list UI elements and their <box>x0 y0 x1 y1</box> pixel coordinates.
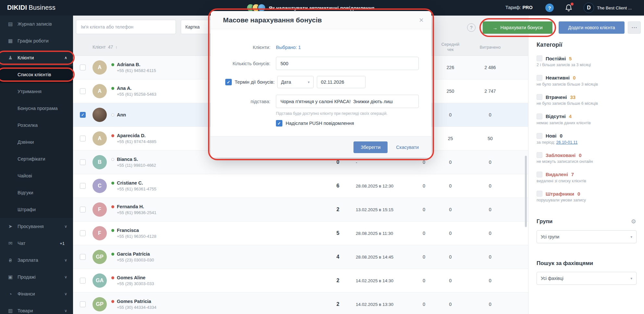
search-input[interactable] <box>76 20 176 34</box>
sidebar-item-label: Бонусна програма <box>18 106 67 111</box>
category-regular[interactable]: Постійні 5 2 і більше записів за 3 місяц… <box>537 55 644 68</box>
reason-input[interactable] <box>276 95 419 108</box>
term-type-dropdown[interactable]: Дата ▾ <box>277 76 314 88</box>
client-row[interactable]: C Cristiane C. +55 (61) 96361-4755 6 28.… <box>73 174 528 198</box>
name-cell: Fernanda H. +55 (61) 99636-2541 <box>111 204 323 215</box>
gear-icon[interactable]: ⚙ <box>631 218 636 225</box>
category-blocked[interactable]: Заблоковані 0 не можуть записатися онлай… <box>537 152 644 164</box>
avg-check-value: 0 <box>425 254 476 260</box>
table-scrollbar[interactable] <box>525 156 527 227</box>
row-checkbox[interactable] <box>80 254 86 260</box>
sidebar-item-clients[interactable]: ♟ Клієнти ∧ <box>0 49 73 66</box>
sidebar-item-chat[interactable]: ✉ Чат +1 <box>0 235 73 252</box>
client-row[interactable]: GA Gomes Aline +55 (29) 30303-033 2 14.0… <box>73 269 528 293</box>
sidebar-item-client-list[interactable]: Список клієнтів <box>0 66 73 83</box>
term-checkbox[interactable] <box>225 79 232 85</box>
tariff-badge[interactable]: Тариф:PRO <box>505 5 533 10</box>
sidebar-item-journal[interactable]: ▤ Журнал записів <box>0 16 73 32</box>
add-client-button[interactable]: Додати нового клієнта <box>559 21 625 34</box>
category-new[interactable]: Нові 0 за період: 26.10-01.11 <box>537 133 644 145</box>
category-penalized[interactable]: Штрафники 0 порушували умови запису <box>537 191 644 203</box>
question-glyph: ? <box>470 25 473 30</box>
account-avatar: D <box>584 3 594 13</box>
row-checkbox[interactable] <box>80 159 86 165</box>
client-row[interactable]: GP Gomes Patricia +55 (30) 44334-4334 2 … <box>73 293 528 314</box>
sidebar-item-fines[interactable]: Штрафи <box>0 201 73 218</box>
category-checkbox[interactable] <box>537 94 542 100</box>
visits-count: 2 <box>323 207 353 212</box>
spent-value: 0 <box>476 254 505 260</box>
category-checkbox[interactable] <box>537 114 542 119</box>
sidebar-item-calls[interactable]: Дзвінки <box>0 134 73 151</box>
cancel-button[interactable]: Скасувати <box>396 145 419 150</box>
category-checkbox[interactable] <box>537 55 542 61</box>
term-type-value: Дата <box>281 79 291 85</box>
push-checkbox[interactable] <box>276 120 282 127</box>
groups-dropdown[interactable]: Усі групи ▾ <box>537 230 637 243</box>
modal-footer: Зберегти Скасувати <box>211 136 431 158</box>
avatar-cell: GP <box>93 297 111 311</box>
sidebar-item-finance[interactable]: ◔ Фінанси ∨ <box>0 285 73 302</box>
bonus-amount-input[interactable] <box>276 57 419 70</box>
avatar-cell: B <box>93 155 111 169</box>
row-checkbox[interactable] <box>80 301 86 307</box>
save-button[interactable]: Зберегти <box>353 141 388 153</box>
category-subtitle: не було записів більше 3 місяців <box>537 82 644 87</box>
category-subtitle-text: за період: <box>537 140 556 145</box>
category-label: Нові <box>546 133 556 139</box>
avatar-cell: GP <box>93 250 111 264</box>
sidebar-item-promotion[interactable]: ➤ Просування ∨ <box>0 218 73 235</box>
client-row[interactable]: F Francisca +55 (61) 96350-4128 5 28.08.… <box>73 222 528 245</box>
row-checkbox[interactable] <box>80 183 86 189</box>
client-phone: +55 (61) 99636-2541 <box>117 210 323 215</box>
client-row[interactable]: GP Garcia Patrícia +55 (23) 03003-030 4 … <box>73 245 528 269</box>
more-actions-button[interactable]: ⋯ <box>628 21 641 34</box>
sidebar-item-salary[interactable]: ₴ Зарплата ∨ <box>0 252 73 269</box>
row-checkbox[interactable] <box>80 136 86 141</box>
term-date-input[interactable] <box>317 76 365 88</box>
row-checkbox[interactable] <box>80 278 86 284</box>
sidebar-item-sales[interactable]: ▣ Продажі ∨ <box>0 269 73 285</box>
row-checkbox[interactable] <box>80 88 86 94</box>
sidebar-item-retention[interactable]: Утримання <box>0 83 73 100</box>
sidebar-item-mailing[interactable]: Розсилка <box>0 117 73 134</box>
accrue-bonuses-button[interactable]: → Нарахувати бонуси <box>483 21 552 34</box>
client-header-label: Клієнт <box>93 44 106 50</box>
reason-label: підстава: <box>223 99 270 104</box>
dikidi-logo[interactable]: DIKIDIBusiness <box>7 4 56 11</box>
sidebar-item-bonus-program[interactable]: Бонусна програма <box>0 100 73 117</box>
close-icon[interactable]: × <box>419 16 424 24</box>
help-circle-icon[interactable]: ? <box>467 23 476 32</box>
chevron-icon: ∨ <box>64 224 67 229</box>
sidebar-item-tips[interactable]: Чайові <box>0 167 73 184</box>
row-checkbox[interactable] <box>80 207 86 212</box>
category-inactive[interactable]: Неактивні 0 не було записів більше 3 міс… <box>537 75 644 87</box>
notifications-bell-icon[interactable] <box>564 4 573 12</box>
sidebar-item-reviews[interactable]: Відгуки <box>0 184 73 201</box>
specialists-dropdown[interactable]: Усі фахівці ▾ <box>537 272 637 285</box>
client-row[interactable]: F Fernanda H. +55 (61) 99636-2541 2 13.0… <box>73 198 528 222</box>
row-checkbox[interactable] <box>80 112 86 118</box>
sidebar-item-goods[interactable]: ▥ Товари ∨ <box>0 302 73 314</box>
category-checkbox[interactable] <box>537 75 542 81</box>
avg-check-column-header[interactable]: Середній чек <box>438 42 463 52</box>
account-menu[interactable]: D The Best Client ... <box>584 3 632 13</box>
sidebar-item-certificates[interactable]: Сертифікати <box>0 151 73 167</box>
spent-value: 0 <box>476 160 505 165</box>
category-checkbox[interactable] <box>537 172 542 177</box>
category-lost[interactable]: Втрачені 33 не було записів більше 6 міс… <box>537 94 644 106</box>
selected-clients-link[interactable]: Выбрано: 1 <box>276 45 301 50</box>
row-checkbox[interactable] <box>80 65 86 70</box>
help-icon[interactable]: ? <box>545 4 554 12</box>
category-checkbox[interactable] <box>537 152 542 158</box>
status-dot <box>111 158 114 161</box>
category-checkbox[interactable] <box>537 133 542 139</box>
category-deleted[interactable]: Видалені 7 видалені зі списку клієнтів <box>537 172 644 184</box>
category-checkbox[interactable] <box>537 191 542 197</box>
row-checkbox[interactable] <box>80 230 86 236</box>
sidebar-item-schedule[interactable]: ▦ Графік роботи <box>0 32 73 49</box>
spent-column-header[interactable]: Витрачено <box>476 45 505 50</box>
category-absent[interactable]: Відсутні 4 немає записів даних клієнтів <box>537 114 644 126</box>
sidebar-item-label: Чайові <box>18 173 67 178</box>
period-link[interactable]: 26.10-01.11 <box>556 140 578 145</box>
